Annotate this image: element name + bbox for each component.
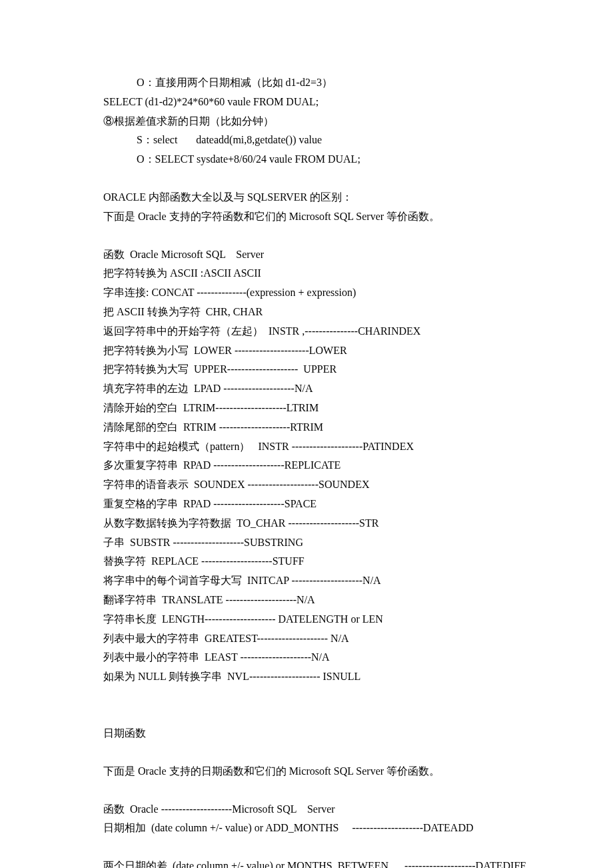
- text-line: 清除开始的空白 LTRIM--------------------LTRIM: [103, 399, 513, 418]
- text-line: 将字串中的每个词首字母大写 INITCAP ------------------…: [103, 571, 513, 591]
- text-line: 下面是 Oracle 支持的日期函数和它们的 Microsoft SQL Ser…: [103, 762, 513, 781]
- text-line: ORACLE 内部函数大全以及与 SQLSERVER 的区别：: [103, 188, 513, 207]
- text-line: 两个日期的差 (date column +/- value) or MONTHS…: [103, 857, 513, 868]
- section-heading: 日期函数: [103, 724, 513, 743]
- text-line: 子串 SUBSTR --------------------SUBSTRING: [103, 533, 513, 553]
- text-line: 把字符转换为大写 UPPER-------------------- UPPER: [103, 360, 513, 379]
- text-line: 字符串的语音表示 SOUNDEX --------------------SOU…: [103, 475, 513, 495]
- text-line: 字符串中的起始模式（pattern） INSTR ---------------…: [103, 437, 513, 457]
- text-line: 清除尾部的空白 RTRIM --------------------RTRIM: [103, 418, 513, 437]
- text-line: 返回字符串中的开始字符（左起） INSTR ,---------------CH…: [103, 322, 513, 341]
- text-line: 列表中最小的字符串 LEAST --------------------N/A: [103, 648, 513, 667]
- text-line: 从数字数据转换为字符数据 TO_CHAR -------------------…: [103, 514, 513, 533]
- text-line: 日期相加 (date column +/- value) or ADD_MONT…: [103, 819, 513, 838]
- text-line: 把字符转换为小写 LOWER ---------------------LOWE…: [103, 341, 513, 361]
- text-line: 重复空格的字串 RPAD --------------------SPACE: [103, 495, 513, 514]
- text-line: 多次重复字符串 RPAD --------------------REPLICA…: [103, 456, 513, 475]
- text-line: 下面是 Oracle 支持的字符函数和它们的 Microsoft SQL Ser…: [103, 207, 513, 227]
- text-line: SELECT (d1-d2)*24*60*60 vaule FROM DUAL;: [103, 93, 513, 112]
- text-line: O：SELECT sysdate+8/60/24 vaule FROM DUAL…: [103, 150, 513, 169]
- text-line: 函数 Oracle --------------------Microsoft …: [103, 800, 513, 819]
- text-line: 字串连接: CONCAT --------------(expression +…: [103, 283, 513, 303]
- text-line: 替换字符 REPLACE --------------------STUFF: [103, 552, 513, 571]
- text-line: 函数 Oracle Microsoft SQL Server: [103, 245, 513, 265]
- text-line: S：select dateadd(mi,8,getdate()) value: [103, 131, 513, 150]
- text-line: 填充字符串的左边 LPAD --------------------N/A: [103, 379, 513, 399]
- text-line: 翻译字符串 TRANSLATE --------------------N/A: [103, 591, 513, 610]
- text-line: 如果为 NULL 则转换字串 NVL-------------------- I…: [103, 667, 513, 687]
- text-line: O：直接用两个日期相减（比如 d1-d2=3）: [103, 73, 513, 93]
- text-line: 列表中最大的字符串 GREATEST-------------------- N…: [103, 629, 513, 649]
- text-line: 把 ASCII 转换为字符 CHR, CHAR: [103, 303, 513, 322]
- text-line: 字符串长度 LENGTH-------------------- DATELEN…: [103, 610, 513, 629]
- text-line: ⑧根据差值求新的日期（比如分钟）: [103, 112, 513, 131]
- text-line: 把字符转换为 ASCII :ASCII ASCII: [103, 264, 513, 283]
